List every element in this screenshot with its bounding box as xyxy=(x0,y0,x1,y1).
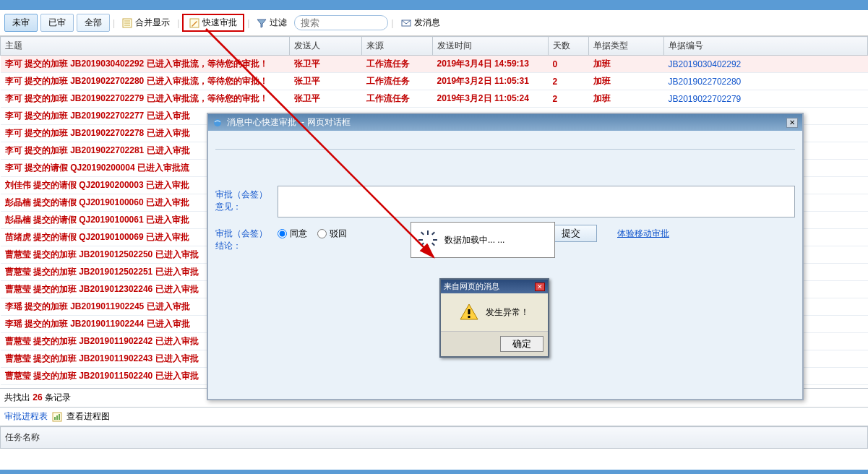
cell-docno[interactable]: JB2019022702279 xyxy=(664,90,868,108)
opinion-textarea[interactable] xyxy=(278,186,795,217)
cell-days: 2 xyxy=(549,73,589,90)
col-type[interactable]: 单据类型 xyxy=(589,37,664,56)
cell-source: 工作流任务 xyxy=(362,56,433,73)
reject-radio[interactable]: 驳回 xyxy=(317,228,347,240)
process-section: 审批进程表 查看进程图 xyxy=(0,407,868,426)
tab-done[interactable]: 已审 xyxy=(40,14,74,32)
table-row[interactable]: 李可 提交的加班 JB2019022702279 已进入审批流，等待您的审批！张… xyxy=(1,90,868,108)
cell-sender: 张卫平 xyxy=(290,73,362,90)
envelope-icon xyxy=(401,18,411,28)
merge-icon xyxy=(122,18,132,28)
dialog-close-button[interactable]: ✕ xyxy=(786,118,798,128)
funnel-icon xyxy=(257,18,267,28)
alert-title-text: 来自网页的消息 xyxy=(444,281,499,292)
svg-rect-11 xyxy=(427,230,429,235)
merge-display-button[interactable]: 合并显示 xyxy=(118,15,174,30)
merge-display-label: 合并显示 xyxy=(135,17,170,29)
alert-ok-button[interactable]: 确定 xyxy=(500,336,543,352)
cell-docno[interactable]: JB2019022702280 xyxy=(664,73,868,90)
cell-docno[interactable]: JB2019030402292 xyxy=(664,56,868,73)
svg-rect-15 xyxy=(421,232,424,236)
cell-subject: 李可 提交的加班 JB2019022702280 已进入审批流，等待您的审批！ xyxy=(1,73,290,90)
status-suffix: 条记录 xyxy=(45,392,71,402)
mobile-approve-link[interactable]: 体验移动审批 xyxy=(617,228,669,240)
cell-source: 工作流任务 xyxy=(362,90,433,108)
loading-text: 数据加载中... ... xyxy=(444,234,504,246)
quick-approve-highlight: 快速审批 xyxy=(182,14,244,32)
table-row[interactable]: 李可 提交的加班 JB2019022702280 已进入审批流，等待您的审批！张… xyxy=(1,73,868,90)
status-prefix: 共找出 xyxy=(4,392,30,402)
chart-icon xyxy=(52,412,62,422)
col-docno[interactable]: 单据编号 xyxy=(664,37,868,56)
cell-time: 2019年3月4日 14:59:13 xyxy=(433,56,549,73)
cell-days: 2 xyxy=(549,90,589,108)
dialog-titlebar[interactable]: 消息中心快速审批 -- 网页对话框 ✕ xyxy=(208,114,802,131)
cell-sender: 张卫平 xyxy=(290,90,362,108)
cell-type: 加班 xyxy=(589,73,664,90)
col-sender[interactable]: 发送人 xyxy=(290,37,362,56)
warning-icon xyxy=(460,303,478,321)
agree-radio[interactable]: 同意 xyxy=(278,228,307,240)
svg-rect-20 xyxy=(468,316,470,318)
cell-time: 2019年3月2日 11:05:24 xyxy=(433,90,549,108)
table-row[interactable]: 李可 提交的加班 JB2019030402292 已进入审批流，等待您的审批！张… xyxy=(1,56,868,73)
svg-rect-18 xyxy=(421,243,424,246)
dialog-title-text: 消息中心快速审批 -- 网页对话框 xyxy=(227,116,351,129)
spinner-icon xyxy=(418,230,437,249)
task-name-col[interactable]: 任务名称 xyxy=(1,427,868,449)
alert-titlebar[interactable]: 来自网页的消息 ✕ xyxy=(441,280,548,293)
cell-sender: 张卫平 xyxy=(290,56,362,73)
svg-rect-19 xyxy=(468,309,470,314)
cell-type: 加班 xyxy=(589,56,664,73)
send-message-button[interactable]: 发消息 xyxy=(397,15,444,30)
svg-rect-14 xyxy=(433,239,437,241)
view-chart-link[interactable]: 查看进程图 xyxy=(66,410,110,423)
edit-icon xyxy=(189,18,199,28)
cell-type: 加班 xyxy=(589,90,664,108)
cell-subject: 李可 提交的加班 JB2019022702279 已进入审批流，等待您的审批！ xyxy=(1,90,290,108)
quick-approve-label: 快速审批 xyxy=(202,17,237,29)
svg-rect-12 xyxy=(427,245,429,249)
tab-all[interactable]: 全部 xyxy=(77,14,110,32)
svg-rect-7 xyxy=(54,417,56,420)
svg-rect-13 xyxy=(418,239,423,241)
ie-icon xyxy=(212,118,223,128)
opinion-label: 审批（会签）意见： xyxy=(215,186,272,213)
col-days[interactable]: 天数 xyxy=(549,37,589,56)
col-time[interactable]: 发送时间 xyxy=(433,37,549,56)
toolbar: 未审 已审 全部 | 合并显示 | 快速审批 | 过滤 | 发消息 xyxy=(0,10,868,36)
svg-rect-9 xyxy=(59,414,60,420)
cell-days: 0 xyxy=(549,56,589,73)
quick-approve-dialog: 消息中心快速审批 -- 网页对话框 ✕ 审批（会签）意见： 审批（会签）结论： … xyxy=(207,113,804,400)
filter-button[interactable]: 过滤 xyxy=(252,15,291,30)
svg-rect-17 xyxy=(431,232,435,236)
table-header: 主题 发送人 来源 发送时间 天数 单据类型 单据编号 xyxy=(1,37,868,56)
quick-approve-button[interactable]: 快速审批 xyxy=(185,15,241,30)
svg-rect-16 xyxy=(431,243,435,246)
svg-rect-8 xyxy=(56,415,58,420)
process-tab-label[interactable]: 审批进程表 xyxy=(4,410,48,423)
search-input[interactable] xyxy=(294,15,388,30)
cell-time: 2019年3月2日 11:05:31 xyxy=(433,73,549,90)
loading-indicator: 数据加载中... ... xyxy=(411,222,555,258)
task-table: 任务名称 xyxy=(0,426,868,449)
alert-message: 发生异常！ xyxy=(486,306,529,319)
col-source[interactable]: 来源 xyxy=(362,37,433,56)
cell-source: 工作流任务 xyxy=(362,73,433,90)
col-subject[interactable]: 主题 xyxy=(1,37,290,56)
cell-subject: 李可 提交的加班 JB2019030402292 已进入审批流，等待您的审批！ xyxy=(1,56,290,73)
filter-label: 过滤 xyxy=(270,17,287,29)
alert-close-button[interactable]: ✕ xyxy=(535,283,545,291)
error-alert: 来自网页的消息 ✕ 发生异常！ 确定 xyxy=(439,278,549,358)
tab-pending[interactable]: 未审 xyxy=(4,14,38,32)
status-count: 26 xyxy=(33,392,42,402)
result-label: 审批（会签）结论： xyxy=(215,225,272,252)
send-message-label: 发消息 xyxy=(414,17,440,29)
